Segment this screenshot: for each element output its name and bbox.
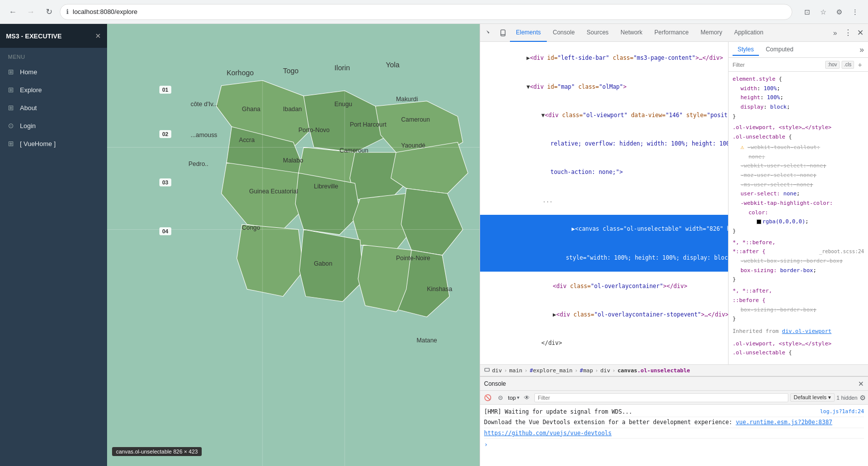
tab-performance[interactable]: Performance <box>648 24 695 42</box>
tree-line[interactable]: </div> <box>480 329 728 357</box>
extensions-button[interactable]: ⚙ <box>832 5 846 19</box>
breadcrumb-map[interactable]: #map <box>580 367 593 374</box>
svg-text:Korhogo: Korhogo <box>227 69 254 77</box>
console-log-github-link[interactable]: https://github.com/vuejs/vue-devtools <box>484 430 612 437</box>
tree-line[interactable]: ▼<div class="ol-viewport" data-view="146… <box>480 101 728 129</box>
breadcrumb-sep-2: › <box>524 367 528 374</box>
styles-selector-star: *, *::before, <box>733 238 864 248</box>
styles-tab-computed[interactable]: Computed <box>761 44 798 56</box>
tree-line-selected[interactable]: ▶<canvas class="ol-unselectable" width="… <box>480 215 728 243</box>
menu-button[interactable]: ⋮ <box>848 5 862 19</box>
breadcrumb-explore-main[interactable]: #explore_main <box>530 367 573 374</box>
console-level-button[interactable]: Default levels ▾ <box>790 393 835 402</box>
sidebar-item-login[interactable]: ⊙ Login <box>0 117 107 135</box>
console-input[interactable] <box>491 440 495 449</box>
sidebar-item-about[interactable]: ⊞ About <box>0 99 107 117</box>
styles-selector-ol-unselectable: .ol-unselectable { <box>733 133 864 142</box>
sidebar-item-vuehome[interactable]: ⊞ [ VueHome ] <box>0 135 107 153</box>
styles-add-button[interactable]: + <box>856 61 864 69</box>
tree-line[interactable]: touch-action: none;"> <box>480 158 728 186</box>
console-context-selector[interactable]: top ▾ <box>508 395 519 401</box>
tree-line-selected-cont[interactable]: style="width: 100%; height: 100%; displa… <box>480 243 728 272</box>
breadcrumb-canvas[interactable]: canvas.ol-unselectable <box>618 367 690 374</box>
console-log-devtools-text: Download the Vue Devtools extension for … <box>484 418 864 427</box>
sidebar-close-button[interactable]: ✕ <box>95 32 101 40</box>
breadcrumb-div[interactable]: div <box>492 367 502 374</box>
cast-button[interactable]: ⊡ <box>800 5 814 19</box>
tab-network[interactable]: Network <box>615 24 648 42</box>
tab-application[interactable]: Application <box>728 24 769 42</box>
styles-hov-button[interactable]: :hov <box>825 61 840 69</box>
sidebar-item-explore[interactable]: ⊞ Explore <box>0 81 107 99</box>
svg-text:Enugu: Enugu <box>335 101 353 108</box>
styles-content: element.style { width: 100%; height: 100… <box>729 72 868 364</box>
console-eye-button[interactable]: 👁 <box>521 392 532 403</box>
svg-text:Ibadan: Ibadan <box>283 106 302 113</box>
explore-icon: ⊞ <box>8 86 14 94</box>
devtools-more-tabs-button[interactable]: » <box>828 26 842 40</box>
devtools-close-button[interactable]: ✕ <box>854 27 866 39</box>
reload-button[interactable]: ↻ <box>42 5 56 19</box>
tab-sources[interactable]: Sources <box>581 24 615 42</box>
console-log-hmr-source[interactable]: log.js?1afd:24 <box>820 407 864 416</box>
svg-text:Libreville: Libreville <box>314 183 338 190</box>
tree-line[interactable]: ▶<div class="ol-overlaycontainer-stopeve… <box>480 301 728 329</box>
styles-source-reboot[interactable]: _reboot.scss:24 <box>819 247 864 256</box>
app-sidebar: MS3 - EXECUTIVE ✕ Menu ⊞ Home ⊞ Explore … <box>0 24 107 466</box>
console-log-github: https://github.com/vuejs/vue-devtools <box>484 428 864 439</box>
console-close-button[interactable]: ✕ <box>858 380 864 388</box>
styles-selector-before: ::before { <box>733 296 864 306</box>
forward-button[interactable]: → <box>24 5 38 19</box>
breadcrumb-main[interactable]: main <box>509 367 523 374</box>
breadcrumb-div2[interactable]: div <box>600 367 610 374</box>
elements-tree[interactable]: ▶<div id="left-side-bar" class="ms3-page… <box>480 42 729 364</box>
sidebar-header: MS3 - EXECUTIVE ✕ <box>0 24 107 48</box>
styles-filter-input[interactable] <box>733 62 823 68</box>
tab-elements[interactable]: Elements <box>510 24 547 42</box>
devtools-panel: Elements Console Sources Network Perform… <box>480 24 868 466</box>
styles-prop-display: display: block; <box>733 103 864 112</box>
console-log-vue-link[interactable]: vue.runtime.esm.js?2b0e:8387 <box>736 419 832 426</box>
svg-text:Cameroun: Cameroun <box>401 116 430 123</box>
tree-line[interactable]: <div class="ol-overlaycontainer"></div> <box>480 272 728 300</box>
tree-line[interactable]: relative; overflow: hidden; width: 100%;… <box>480 130 728 158</box>
styles-rule-close4: } <box>733 314 864 324</box>
devtools-device-button[interactable] <box>496 26 510 40</box>
devtools-tabs: Elements Console Sources Network Perform… <box>510 24 828 42</box>
tab-console[interactable]: Console <box>547 24 581 42</box>
console-filter-bar: 🚫 ⊝ top ▾ 👁 Default levels ▾ 1 hidden ⚙ <box>480 391 868 405</box>
console-filter-input[interactable] <box>534 393 788 402</box>
styles-inherited-from: Inherited from div.ol-viewport <box>729 325 868 338</box>
tree-line[interactable]: </div> <box>480 357 728 364</box>
svg-text:Pedro..: Pedro.. <box>189 160 209 167</box>
tab-memory[interactable]: Memory <box>695 24 728 42</box>
styles-cls-button[interactable]: .cls <box>842 61 854 69</box>
console-settings-button[interactable]: ⚙ <box>860 394 866 402</box>
svg-text:Matane: Matane <box>417 337 437 344</box>
tree-line[interactable]: ▼<div id="map" class="olMap"> <box>480 72 728 101</box>
svg-text:Yola: Yola <box>386 61 400 69</box>
styles-tab-styles[interactable]: Styles <box>733 44 759 56</box>
back-button[interactable]: ← <box>6 5 20 19</box>
login-icon: ⊙ <box>8 122 14 130</box>
breadcrumb-sep-3: › <box>575 367 578 374</box>
styles-selector-unselectable: .ol-unselectable { <box>733 348 864 358</box>
svg-text:Pointe-Noire: Pointe-Noire <box>396 255 430 262</box>
console-clear-button[interactable]: 🚫 <box>482 392 493 403</box>
svg-rect-47 <box>485 368 490 371</box>
styles-inherited-link[interactable]: div.ol-viewport <box>782 328 831 334</box>
element-tooltip: canvas.ol-unselectable 826 × 423 <box>112 447 202 456</box>
devtools-inspect-button[interactable] <box>482 26 496 40</box>
tree-line[interactable]: ... <box>480 186 728 215</box>
devtools-options-button[interactable]: ⋮ <box>842 27 854 39</box>
sidebar-item-home[interactable]: ⊞ Home <box>0 63 107 81</box>
styles-prop-box-sizing2: box-sizing: border-box; <box>733 306 864 315</box>
console-pause-button[interactable]: ⊝ <box>495 392 506 403</box>
sidebar-menu-label: Menu <box>0 48 107 63</box>
bookmark-button[interactable]: ☆ <box>816 5 830 19</box>
svg-text:Makurdi: Makurdi <box>396 96 418 103</box>
svg-text:Ghana: Ghana <box>242 106 260 113</box>
tree-line[interactable]: ▶<div id="left-side-bar" class="ms3-page… <box>480 44 728 72</box>
styles-more-button[interactable]: » <box>860 45 864 54</box>
svg-text:côte d'Iv...: côte d'Iv... <box>191 101 218 108</box>
